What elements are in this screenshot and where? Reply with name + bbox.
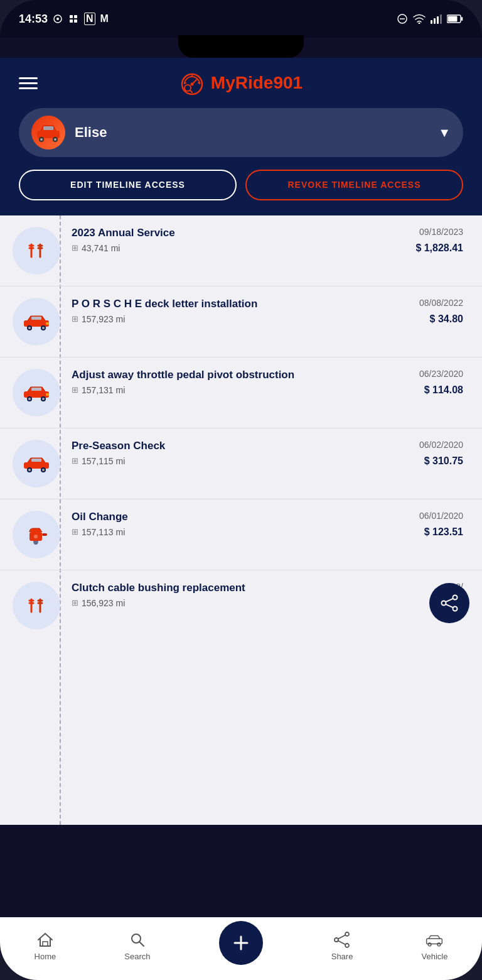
item-1-date: 09/18/2023 [419, 227, 463, 237]
svg-rect-5 [74, 19, 77, 23]
app-logo: MyRide901 [179, 70, 303, 95]
item-4-header: Pre-Season Check 06/02/2020 [72, 440, 463, 452]
nav-home[interactable]: Home [35, 931, 56, 961]
item-6-title: Clutch cable bushing replacement [72, 582, 445, 594]
dnd-icon [397, 13, 408, 24]
search-label: Search [124, 952, 150, 961]
item-1-cost: $ 1,828.41 [415, 242, 463, 254]
car-icon-3 [22, 384, 51, 401]
item-1-title: 2023 Annual Service [72, 227, 413, 239]
m-icon: M [100, 13, 109, 24]
nav-add-button[interactable] [219, 921, 263, 965]
svg-point-81 [437, 942, 441, 945]
item-2-date: 08/08/2022 [419, 298, 463, 308]
phone-frame: 14:53 N M [0, 0, 482, 980]
svg-point-66 [453, 606, 458, 611]
timeline-item[interactable]: P O R S C H E deck letter installation 0… [0, 286, 482, 357]
svg-point-1 [56, 18, 59, 20]
item-4-mileage: ⊞ 157,115 mi [72, 456, 125, 466]
item-3-title: Adjust away throttle pedal pivot obstruc… [72, 369, 413, 381]
svg-point-74 [345, 932, 349, 936]
share-nav-icon [333, 931, 351, 949]
slack-icon [68, 13, 79, 24]
time-display: 14:53 [19, 13, 48, 26]
timeline-item[interactable]: Adjust away throttle pedal pivot obstruc… [0, 357, 482, 428]
revoke-timeline-button[interactable]: REVOKE TIMELINE ACCESS [245, 170, 463, 200]
item-3-mileage: ⊞ 157,131 mi [72, 385, 125, 395]
item-5-content: Oil Change 06/01/2020 ⊞ 157,113 mi $ 123… [72, 511, 463, 538]
nav-search[interactable]: Search [124, 931, 150, 961]
home-label: Home [35, 952, 56, 961]
user-selector[interactable]: Elise ▼ [19, 108, 463, 157]
item-5-date: 06/01/2020 [419, 511, 463, 521]
svg-line-68 [446, 604, 453, 607]
timeline-item[interactable]: 2023 Annual Service 09/18/2023 ⊞ 43,741 … [0, 215, 482, 286]
timeline-item[interactable]: Pre-Season Check 06/02/2020 ⊞ 157,115 mi… [0, 428, 482, 499]
svg-rect-48 [46, 393, 49, 396]
svg-line-77 [338, 935, 345, 939]
item-5-meta: ⊞ 157,113 mi $ 123.51 [72, 526, 463, 538]
svg-point-25 [40, 138, 43, 141]
speedometer-icon [179, 70, 205, 95]
share-label: Share [331, 952, 353, 961]
hamburger-menu[interactable] [19, 77, 38, 89]
gauge-icon: ⊞ [72, 243, 78, 253]
vehicle-icon [426, 931, 443, 949]
item-5-header: Oil Change 06/01/2020 [72, 511, 463, 523]
timeline-item[interactable]: Oil Change 06/01/2020 ⊞ 157,113 mi $ 123… [0, 499, 482, 570]
item-3-cost: $ 114.08 [424, 384, 463, 396]
svg-rect-56 [42, 533, 47, 536]
header-top: MyRide901 [19, 70, 463, 95]
item-3-content: Adjust away throttle pedal pivot obstruc… [72, 369, 463, 396]
svg-rect-40 [31, 317, 41, 320]
edit-timeline-button[interactable]: EDIT TIMELINE ACCESS [19, 170, 237, 200]
item-6-mileage: ⊞ 156,923 mi [72, 598, 125, 608]
item-2-meta: ⊞ 157,923 mi $ 34.80 [72, 313, 463, 325]
status-bar: 14:53 N M [0, 0, 482, 38]
svg-point-44 [28, 398, 31, 400]
timeline-section: 2023 Annual Service 09/18/2023 ⊞ 43,741 … [0, 215, 482, 825]
svg-rect-47 [31, 388, 41, 391]
service-icon-wrap [13, 227, 60, 275]
item-1-content: 2023 Annual Service 09/18/2023 ⊞ 43,741 … [72, 227, 463, 254]
car-icon-wrap-4 [13, 440, 60, 487]
user-name-label: Elise [75, 124, 429, 141]
user-avatar [31, 116, 65, 150]
car-icon-4 [22, 455, 51, 472]
svg-point-65 [442, 601, 446, 605]
gauge-icon-4: ⊞ [72, 456, 78, 466]
item-2-header: P O R S C H E deck letter installation 0… [72, 298, 463, 310]
oil-can-icon [24, 523, 48, 546]
item-6-header: Clutch cable bushing replacement 08/ [72, 582, 463, 594]
item-2-mileage: ⊞ 157,923 mi [72, 314, 125, 324]
share-fab-button[interactable] [429, 583, 469, 623]
svg-point-37 [28, 327, 31, 329]
gauge-icon-2: ⊞ [72, 314, 78, 324]
svg-line-71 [139, 942, 144, 946]
svg-point-53 [42, 469, 45, 471]
svg-rect-54 [31, 459, 41, 462]
nav-vehicle[interactable]: Vehicle [422, 931, 448, 961]
item-1-meta: ⊞ 43,741 mi $ 1,828.41 [72, 242, 463, 254]
svg-rect-41 [46, 322, 49, 325]
item-2-content: P O R S C H E deck letter installation 0… [72, 298, 463, 325]
item-4-date: 06/02/2020 [419, 440, 463, 450]
gauge-icon-5: ⊞ [72, 527, 78, 536]
svg-line-22 [190, 90, 192, 92]
svg-point-76 [345, 944, 349, 947]
timeline-item[interactable]: Clutch cable bushing replacement 08/ ⊞ 1… [0, 570, 482, 641]
nav-share[interactable]: Share [331, 931, 353, 961]
svg-rect-42 [24, 391, 49, 398]
item-3-header: Adjust away throttle pedal pivot obstruc… [72, 369, 463, 381]
item-3-date: 06/23/2020 [419, 369, 463, 379]
item-1-mileage: ⊞ 43,741 mi [72, 243, 120, 253]
signal-bars-icon [431, 14, 442, 24]
hamburger-line-2 [19, 82, 38, 84]
car-icon [22, 313, 51, 330]
svg-rect-35 [24, 320, 49, 327]
tools-icon [25, 239, 48, 262]
car-icon-wrap-3 [13, 369, 60, 416]
hamburger-line-1 [19, 77, 38, 79]
oil-icon-wrap [13, 511, 60, 558]
svg-rect-3 [74, 15, 77, 18]
